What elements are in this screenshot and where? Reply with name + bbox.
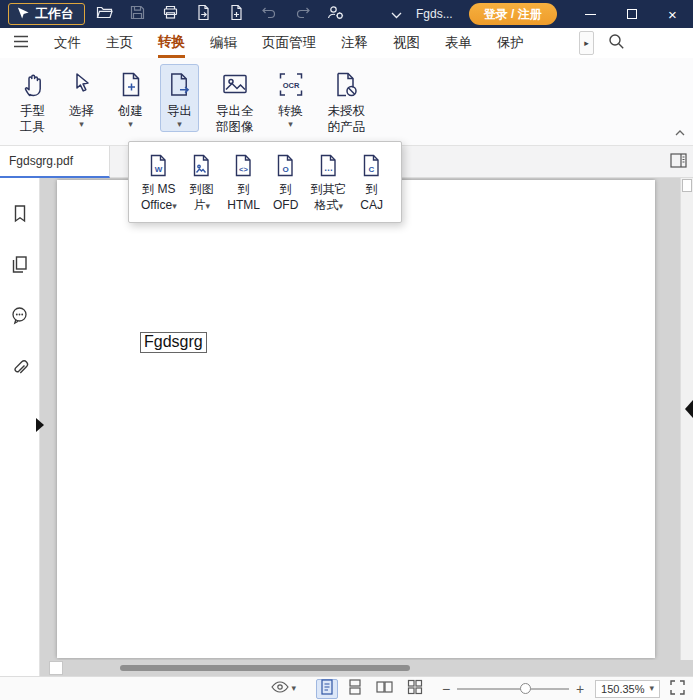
undo-icon bbox=[261, 4, 278, 24]
ribbon-unauthorized-products-button[interactable]: 未授权 的产品 bbox=[321, 64, 373, 139]
document-viewport[interactable]: Fgdsgrg bbox=[40, 178, 693, 676]
tab-protect[interactable]: 保护 bbox=[497, 28, 524, 58]
zoom-in-button[interactable]: + bbox=[573, 681, 587, 697]
create-pdf-icon bbox=[119, 68, 143, 100]
ribbon-hand-tool-label: 手型 工具 bbox=[20, 103, 45, 136]
ribbon-create-label: 创建 bbox=[118, 103, 143, 119]
ribbon-convert-ocr-button[interactable]: OCR 转换 ▾ bbox=[271, 64, 311, 132]
save-button[interactable] bbox=[124, 3, 151, 25]
main-area: Fgdsgrg bbox=[0, 178, 693, 676]
horizontal-scrollbar-thumb[interactable] bbox=[120, 665, 410, 671]
zoom-level-dropdown[interactable]: 150.35% ▾ bbox=[595, 680, 660, 698]
dropdown-caret-icon: ▾ bbox=[292, 684, 297, 693]
tab-home[interactable]: 主页 bbox=[106, 28, 133, 58]
tab-form[interactable]: 表单 bbox=[445, 28, 472, 58]
ribbon-create-button[interactable]: 创建 ▾ bbox=[111, 64, 150, 132]
dropdown-caret-icon: ▾ bbox=[288, 120, 293, 129]
comments-panel-button[interactable] bbox=[7, 304, 33, 330]
dropdown-caret-icon: ▾ bbox=[338, 201, 343, 211]
ribbon-export-button[interactable]: 导出 ▾ bbox=[160, 64, 199, 132]
workspace-logo-icon bbox=[16, 6, 30, 23]
tab-file[interactable]: 文件 bbox=[54, 28, 81, 58]
login-register-button[interactable]: 登录 / 注册 bbox=[469, 3, 557, 25]
create-pdf-button[interactable] bbox=[190, 3, 217, 25]
workspace-button[interactable]: 工作台 bbox=[8, 3, 85, 25]
ribbon-export-all-images-button[interactable]: 导出全 部图像 bbox=[209, 64, 261, 139]
doc-caj-icon: C bbox=[360, 151, 383, 179]
export-to-caj[interactable]: C 到 CAJ bbox=[351, 149, 393, 215]
minimize-button[interactable] bbox=[570, 0, 611, 28]
pdf-page[interactable]: Fgdsgrg bbox=[57, 180, 655, 658]
two-page-icon bbox=[376, 679, 393, 698]
continuous-view-button[interactable] bbox=[344, 679, 366, 699]
page-thumbnails-panel-button[interactable] bbox=[7, 253, 33, 279]
zoom-out-button[interactable]: − bbox=[439, 681, 453, 697]
export-to-ofd[interactable]: O 到 OFD bbox=[265, 149, 307, 215]
facing-pages-view-button[interactable] bbox=[372, 679, 397, 699]
export-to-image[interactable]: 到图 片▾ bbox=[181, 149, 223, 215]
right-panel-expand-handle[interactable] bbox=[685, 400, 693, 418]
svg-text:C: C bbox=[369, 164, 375, 173]
maximize-button[interactable] bbox=[611, 0, 652, 28]
export-to-other-formats[interactable]: … 到其它 格式▾ bbox=[307, 149, 351, 215]
document-tab[interactable]: Fgdsgrg.pdf bbox=[0, 146, 110, 178]
search-button[interactable] bbox=[608, 33, 625, 53]
page-arrow-icon bbox=[195, 4, 212, 24]
statusbar: ▾ − bbox=[0, 676, 693, 700]
ocr-icon: OCR bbox=[278, 68, 304, 100]
export-to-ofd-label: 到 OFD bbox=[273, 182, 298, 212]
export-dropdown-menu: W 到 MS Office▾ 到图 片▾ <> 到 HTML O 到 OFD …… bbox=[128, 141, 402, 223]
vertical-scrollbar-thumb[interactable] bbox=[682, 179, 692, 192]
recent-files-dropdown[interactable] bbox=[383, 3, 410, 25]
zoom-level-value: 150.35% bbox=[601, 683, 644, 695]
paperclip-icon bbox=[10, 357, 29, 379]
bookmarks-panel-button[interactable] bbox=[7, 202, 33, 228]
document-tab-title: Fgdsgrg.pdf bbox=[9, 154, 73, 168]
ribbon-hand-tool-button[interactable]: 手型 工具 bbox=[13, 64, 52, 139]
main-menu-button[interactable] bbox=[13, 35, 29, 51]
single-page-icon bbox=[320, 679, 334, 698]
tab-overflow-button[interactable]: ▸ bbox=[579, 31, 594, 55]
ribbon-convert-label: 转换 bbox=[278, 103, 303, 119]
close-button[interactable]: × bbox=[652, 0, 693, 28]
tab-comment[interactable]: 注释 bbox=[341, 28, 368, 58]
horizontal-scrollbar[interactable] bbox=[40, 660, 680, 676]
sidebar-expand-handle[interactable] bbox=[36, 418, 44, 432]
window-controls: × bbox=[570, 0, 693, 28]
svg-text:OCR: OCR bbox=[282, 80, 299, 89]
tab-edit[interactable]: 编辑 bbox=[210, 28, 237, 58]
export-to-ms-office[interactable]: W 到 MS Office▾ bbox=[137, 149, 181, 215]
view-settings-button[interactable]: ▾ bbox=[267, 679, 301, 699]
zoom-slider[interactable] bbox=[457, 688, 569, 690]
single-page-view-button[interactable] bbox=[316, 679, 338, 699]
fit-screen-button[interactable] bbox=[670, 680, 685, 698]
new-file-button[interactable] bbox=[223, 3, 250, 25]
expand-icon bbox=[670, 680, 685, 698]
dropdown-caret-icon: ▾ bbox=[128, 120, 133, 129]
tab-convert[interactable]: 转换 bbox=[158, 28, 185, 58]
export-to-html[interactable]: <> 到 HTML bbox=[223, 149, 265, 215]
attachments-panel-button[interactable] bbox=[7, 355, 33, 381]
chevron-up-icon bbox=[675, 124, 685, 139]
printer-icon bbox=[162, 4, 179, 24]
page-text-object[interactable]: Fgdsgrg bbox=[140, 332, 207, 353]
titlebar: 工作台 bbox=[0, 0, 693, 28]
ribbon-collapse-button[interactable] bbox=[675, 124, 685, 139]
print-button[interactable] bbox=[157, 3, 184, 25]
export-to-html-label: 到 HTML bbox=[227, 182, 260, 212]
pages-icon bbox=[10, 255, 29, 277]
tab-view[interactable]: 视图 bbox=[393, 28, 420, 58]
svg-text:O: O bbox=[283, 164, 289, 173]
folder-open-icon bbox=[96, 4, 113, 24]
grid-view-button[interactable] bbox=[403, 679, 427, 699]
redo-button[interactable] bbox=[289, 3, 316, 25]
undo-button[interactable] bbox=[256, 3, 283, 25]
export-images-icon bbox=[222, 68, 248, 100]
ribbon-select-button[interactable]: 选择 ▾ bbox=[62, 64, 101, 132]
panel-layout-button[interactable] bbox=[670, 153, 687, 171]
tab-page-management[interactable]: 页面管理 bbox=[262, 28, 316, 58]
vertical-scrollbar[interactable] bbox=[680, 178, 693, 660]
account-settings-button[interactable] bbox=[322, 3, 349, 25]
zoom-slider-thumb[interactable] bbox=[520, 683, 531, 694]
open-folder-button[interactable] bbox=[91, 3, 118, 25]
